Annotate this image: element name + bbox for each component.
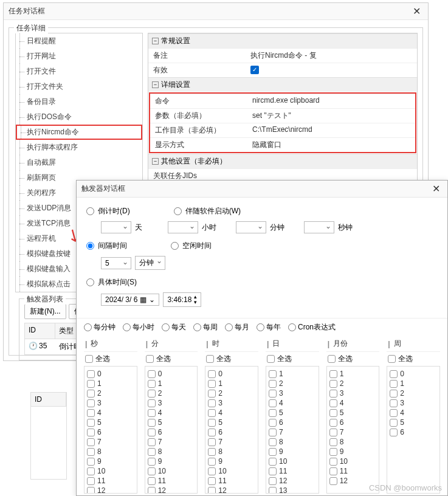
time-option[interactable]: 2 xyxy=(329,379,377,388)
time-option[interactable]: 1 xyxy=(269,369,316,379)
time-option[interactable]: 7 xyxy=(148,437,195,447)
prop-row[interactable]: 显示方式隐藏窗口 xyxy=(150,137,415,152)
tree-item-2[interactable]: 打开文件 xyxy=(16,64,142,79)
collapse-icon[interactable]: − xyxy=(152,38,159,44)
tree-item-5[interactable]: 执行DOS命令 xyxy=(16,109,142,125)
time-option[interactable]: 5 xyxy=(208,418,255,427)
time-option[interactable]: 1 xyxy=(390,379,437,388)
time-option[interactable]: 5 xyxy=(329,408,377,418)
time-option[interactable]: 4 xyxy=(390,408,437,418)
time-option[interactable]: 8 xyxy=(87,447,134,456)
recurrence-tab[interactable]: 每月 xyxy=(225,322,249,332)
prop-row[interactable]: 工作目录（非必填）C:\TmExec\nircmd xyxy=(150,123,415,137)
time-option[interactable]: 10 xyxy=(148,466,195,476)
time-option[interactable]: 2 xyxy=(148,388,195,398)
time-option[interactable]: 0 xyxy=(148,369,195,379)
time-option[interactable]: 6 xyxy=(269,418,316,427)
tree-item-6[interactable]: 执行Nircmd命令 xyxy=(16,125,142,140)
time-option[interactable]: 7 xyxy=(87,437,134,447)
countdown-day-combo[interactable] xyxy=(101,221,131,233)
time-picker[interactable]: 3:46:18▴▾ xyxy=(163,292,201,307)
interval-value-combo[interactable]: 5 xyxy=(101,257,131,269)
time-option[interactable]: 12 xyxy=(269,476,316,486)
time-option[interactable]: 12 xyxy=(208,486,255,494)
time-option[interactable]: 2 xyxy=(208,388,255,398)
prop-row[interactable]: 参数（非必填）set "テスト" xyxy=(150,108,415,123)
recurrence-tab[interactable]: 每天 xyxy=(162,322,186,332)
time-option[interactable]: 6 xyxy=(329,418,377,427)
section-detail[interactable]: − 详细设置 xyxy=(148,77,417,92)
time-option[interactable]: 9 xyxy=(269,447,316,456)
radio-with-software[interactable] xyxy=(174,207,182,215)
date-picker[interactable]: 2024/ 3/ 6▦⌄ xyxy=(101,294,159,306)
interval-unit-combo[interactable]: 分钟 xyxy=(135,256,165,270)
time-option[interactable]: 9 xyxy=(329,447,377,456)
time-option[interactable]: 3 xyxy=(87,398,134,408)
prop-remark[interactable]: 备注 执行Nircmd命令 - 复 xyxy=(148,48,417,63)
time-option[interactable]: 5 xyxy=(390,418,437,427)
time-option[interactable]: 6 xyxy=(148,427,195,437)
time-option[interactable]: 1 xyxy=(87,379,134,388)
radio-interval[interactable] xyxy=(86,242,94,250)
tree-item-4[interactable]: 备份目录 xyxy=(16,94,142,109)
checkbox-checked-icon[interactable]: ✓ xyxy=(250,66,259,74)
countdown-min-combo[interactable] xyxy=(236,221,266,233)
time-options-list[interactable]: 0123456789101112 xyxy=(145,366,198,494)
time-option[interactable]: 12 xyxy=(87,486,134,494)
time-option[interactable]: 7 xyxy=(208,437,255,447)
time-option[interactable]: 1 xyxy=(208,379,255,388)
time-option[interactable]: 9 xyxy=(208,456,255,466)
time-option[interactable]: 11 xyxy=(148,476,195,486)
time-option[interactable]: 10 xyxy=(269,456,316,466)
time-option[interactable]: 3 xyxy=(390,398,437,408)
prop-valid[interactable]: 有效 ✓ xyxy=(148,63,417,77)
time-option[interactable]: 2 xyxy=(390,388,437,398)
tree-item-7[interactable]: 执行脚本或程序 xyxy=(16,140,142,155)
tree-item-0[interactable]: 日程提醒 xyxy=(16,33,142,49)
time-option[interactable]: 10 xyxy=(208,466,255,476)
chevron-down-icon[interactable]: ⌄ xyxy=(149,295,155,304)
time-option[interactable]: 4 xyxy=(148,408,195,418)
select-all-checkbox[interactable]: 全选 xyxy=(266,352,319,366)
recurrence-tab[interactable]: 每分钟 xyxy=(84,322,115,332)
tree-item-1[interactable]: 打开网址 xyxy=(16,49,142,64)
collapse-icon[interactable]: − xyxy=(152,81,159,88)
close-icon[interactable]: ✕ xyxy=(410,5,423,17)
time-option[interactable]: 2 xyxy=(269,379,316,388)
time-option[interactable]: 5 xyxy=(87,418,134,427)
time-option[interactable]: 6 xyxy=(208,427,255,437)
time-option[interactable]: 4 xyxy=(208,408,255,418)
time-option[interactable]: 1 xyxy=(329,369,377,379)
radio-idle[interactable] xyxy=(171,242,179,250)
time-option[interactable]: 0 xyxy=(390,369,437,379)
select-all-checkbox[interactable]: 全选 xyxy=(326,352,380,366)
time-option[interactable]: 8 xyxy=(329,437,377,447)
time-options-list[interactable]: 0123456 xyxy=(387,366,440,494)
time-options-list[interactable]: 123456789101112 xyxy=(326,366,380,494)
time-option[interactable]: 11 xyxy=(208,476,255,486)
time-option[interactable]: 3 xyxy=(208,398,255,408)
time-option[interactable]: 3 xyxy=(329,388,377,398)
tree-item-3[interactable]: 打开文件夹 xyxy=(16,79,142,94)
time-option[interactable]: 7 xyxy=(269,427,316,437)
countdown-sec-combo[interactable] xyxy=(304,221,334,233)
recurrence-tab[interactable]: 每年 xyxy=(257,322,281,332)
time-options-list[interactable]: 12345678910111213 xyxy=(266,366,319,494)
select-all-checkbox[interactable]: 全选 xyxy=(84,352,137,366)
time-option[interactable]: 0 xyxy=(87,369,134,379)
calendar-icon[interactable]: ▦ xyxy=(140,295,146,304)
radio-specific[interactable] xyxy=(86,278,94,286)
time-option[interactable]: 8 xyxy=(269,437,316,447)
time-option[interactable]: 5 xyxy=(269,408,316,418)
recurrence-tab[interactable]: 每周 xyxy=(193,322,218,332)
time-option[interactable]: 4 xyxy=(87,408,134,418)
time-option[interactable]: 11 xyxy=(87,476,134,486)
time-option[interactable]: 11 xyxy=(269,466,316,476)
collapse-icon[interactable]: − xyxy=(152,158,159,165)
radio-countdown[interactable] xyxy=(86,207,94,215)
time-option[interactable]: 11 xyxy=(329,466,377,476)
time-option[interactable]: 13 xyxy=(269,486,316,494)
select-all-checkbox[interactable]: 全选 xyxy=(387,352,440,366)
time-option[interactable]: 1 xyxy=(148,379,195,388)
time-option[interactable]: 12 xyxy=(148,486,195,494)
